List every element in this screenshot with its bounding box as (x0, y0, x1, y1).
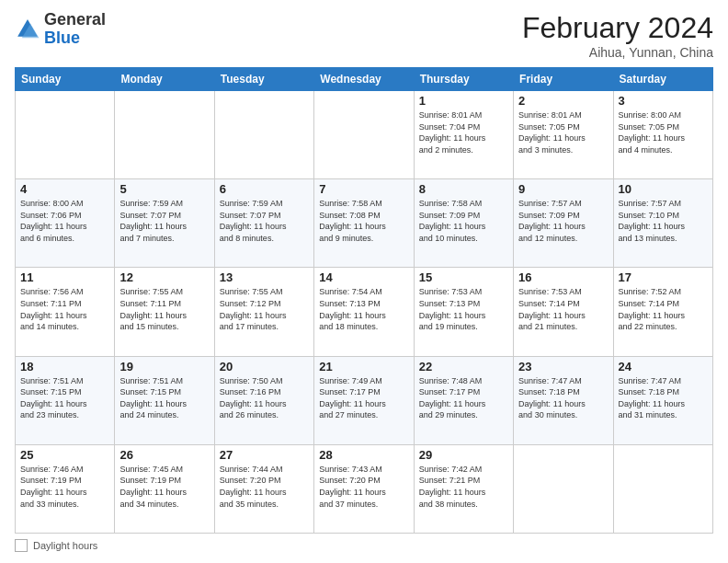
day-header-thursday: Thursday (414, 68, 513, 91)
day-info: Sunrise: 7:45 AM Sunset: 7:19 PM Dayligh… (119, 464, 209, 510)
day-number: 16 (518, 270, 608, 284)
day-number: 6 (220, 182, 309, 196)
logo-general-text: General (44, 10, 106, 29)
day-info: Sunrise: 8:00 AM Sunset: 7:05 PM Dayligh… (619, 109, 708, 155)
calendar-cell: 16Sunrise: 7:53 AM Sunset: 7:14 PM Dayli… (514, 268, 613, 356)
day-info: Sunrise: 8:01 AM Sunset: 7:05 PM Dayligh… (518, 109, 608, 155)
day-number: 13 (220, 270, 309, 284)
day-number: 12 (119, 270, 209, 284)
day-number: 19 (119, 360, 209, 373)
calendar-cell: 12Sunrise: 7:55 AM Sunset: 7:11 PM Dayli… (115, 268, 214, 356)
day-info: Sunrise: 7:42 AM Sunset: 7:21 PM Dayligh… (419, 464, 508, 510)
calendar-cell: 15Sunrise: 7:53 AM Sunset: 7:13 PM Dayli… (414, 268, 513, 356)
day-info: Sunrise: 7:51 AM Sunset: 7:15 PM Dayligh… (119, 375, 209, 421)
calendar-week-4: 18Sunrise: 7:51 AM Sunset: 7:15 PM Dayli… (16, 356, 713, 444)
day-info: Sunrise: 7:44 AM Sunset: 7:20 PM Dayligh… (220, 464, 309, 510)
day-info: Sunrise: 7:57 AM Sunset: 7:09 PM Dayligh… (518, 198, 608, 244)
calendar-cell: 6Sunrise: 7:59 AM Sunset: 7:07 PM Daylig… (214, 179, 313, 268)
day-number: 3 (619, 94, 708, 108)
day-info: Sunrise: 7:47 AM Sunset: 7:18 PM Dayligh… (619, 375, 708, 421)
day-info: Sunrise: 7:47 AM Sunset: 7:18 PM Dayligh… (518, 375, 608, 421)
day-info: Sunrise: 7:49 AM Sunset: 7:17 PM Dayligh… (319, 375, 408, 421)
day-number: 24 (619, 360, 708, 373)
day-number: 26 (119, 448, 209, 462)
day-number: 8 (419, 182, 508, 196)
day-number: 9 (518, 182, 608, 196)
day-header-friday: Friday (514, 68, 613, 91)
logo-blue-text: Blue (44, 29, 80, 47)
day-info: Sunrise: 7:52 AM Sunset: 7:14 PM Dayligh… (619, 286, 708, 332)
day-number: 2 (518, 94, 608, 108)
day-info: Sunrise: 7:55 AM Sunset: 7:11 PM Dayligh… (119, 286, 209, 332)
calendar-cell: 25Sunrise: 7:46 AM Sunset: 7:19 PM Dayli… (16, 444, 115, 533)
day-number: 5 (119, 182, 209, 196)
calendar-cell: 13Sunrise: 7:55 AM Sunset: 7:12 PM Dayli… (214, 268, 313, 356)
day-info: Sunrise: 7:58 AM Sunset: 7:09 PM Dayligh… (419, 198, 508, 244)
day-number: 28 (319, 448, 408, 462)
calendar-cell: 18Sunrise: 7:51 AM Sunset: 7:15 PM Dayli… (16, 356, 115, 444)
calendar-cell (613, 444, 712, 533)
day-info: Sunrise: 7:48 AM Sunset: 7:17 PM Dayligh… (419, 375, 508, 421)
logo: General Blue (15, 11, 106, 48)
day-info: Sunrise: 8:00 AM Sunset: 7:06 PM Dayligh… (20, 198, 109, 244)
logo-icon (15, 17, 40, 42)
calendar-cell (514, 444, 613, 533)
day-info: Sunrise: 7:59 AM Sunset: 7:07 PM Dayligh… (220, 198, 309, 244)
calendar-week-2: 4Sunrise: 8:00 AM Sunset: 7:06 PM Daylig… (16, 179, 713, 268)
calendar-cell: 2Sunrise: 8:01 AM Sunset: 7:05 PM Daylig… (514, 91, 613, 179)
day-number: 4 (20, 182, 109, 196)
day-info: Sunrise: 7:50 AM Sunset: 7:16 PM Dayligh… (220, 375, 309, 421)
day-info: Sunrise: 7:59 AM Sunset: 7:07 PM Dayligh… (119, 198, 209, 244)
calendar-cell: 3Sunrise: 8:00 AM Sunset: 7:05 PM Daylig… (613, 91, 712, 179)
calendar-header-row: SundayMondayTuesdayWednesdayThursdayFrid… (16, 68, 713, 91)
day-number: 29 (419, 448, 508, 462)
calendar-cell: 4Sunrise: 8:00 AM Sunset: 7:06 PM Daylig… (16, 179, 115, 268)
day-number: 1 (419, 94, 508, 108)
day-number: 17 (619, 270, 708, 284)
day-info: Sunrise: 7:53 AM Sunset: 7:14 PM Dayligh… (518, 286, 608, 332)
calendar-cell: 28Sunrise: 7:43 AM Sunset: 7:20 PM Dayli… (314, 444, 414, 533)
day-number: 23 (518, 360, 608, 373)
location: Aihua, Yunnan, China (522, 45, 713, 60)
day-info: Sunrise: 7:57 AM Sunset: 7:10 PM Dayligh… (619, 198, 708, 244)
daylight-hours-label: Daylight hours (33, 540, 97, 551)
day-header-sunday: Sunday (16, 68, 115, 91)
calendar-week-1: 1Sunrise: 8:01 AM Sunset: 7:04 PM Daylig… (16, 91, 713, 179)
day-number: 7 (319, 182, 408, 196)
daylight-box (15, 539, 28, 552)
day-number: 15 (419, 270, 508, 284)
calendar-cell: 8Sunrise: 7:58 AM Sunset: 7:09 PM Daylig… (414, 179, 513, 268)
day-header-saturday: Saturday (613, 68, 712, 91)
calendar-cell: 24Sunrise: 7:47 AM Sunset: 7:18 PM Dayli… (613, 356, 712, 444)
calendar-cell: 26Sunrise: 7:45 AM Sunset: 7:19 PM Dayli… (115, 444, 214, 533)
day-info: Sunrise: 7:54 AM Sunset: 7:13 PM Dayligh… (319, 286, 408, 332)
day-number: 21 (319, 360, 408, 373)
calendar-cell: 29Sunrise: 7:42 AM Sunset: 7:21 PM Dayli… (414, 444, 513, 533)
page: General Blue February 2024 Aihua, Yunnan… (0, 0, 728, 563)
day-info: Sunrise: 7:58 AM Sunset: 7:08 PM Dayligh… (319, 198, 408, 244)
day-header-wednesday: Wednesday (314, 68, 414, 91)
day-info: Sunrise: 7:53 AM Sunset: 7:13 PM Dayligh… (419, 286, 508, 332)
calendar-cell: 5Sunrise: 7:59 AM Sunset: 7:07 PM Daylig… (115, 179, 214, 268)
day-number: 25 (20, 448, 109, 462)
title-section: February 2024 Aihua, Yunnan, China (522, 11, 713, 60)
day-number: 20 (220, 360, 309, 373)
header: General Blue February 2024 Aihua, Yunnan… (15, 11, 713, 60)
calendar-cell: 10Sunrise: 7:57 AM Sunset: 7:10 PM Dayli… (613, 179, 712, 268)
month-year: February 2024 (522, 11, 713, 45)
calendar-cell: 21Sunrise: 7:49 AM Sunset: 7:17 PM Dayli… (314, 356, 414, 444)
calendar-cell (115, 91, 214, 179)
day-header-monday: Monday (115, 68, 214, 91)
calendar-cell: 19Sunrise: 7:51 AM Sunset: 7:15 PM Dayli… (115, 356, 214, 444)
day-number: 11 (20, 270, 109, 284)
day-number: 14 (319, 270, 408, 284)
day-number: 27 (220, 448, 309, 462)
calendar-week-5: 25Sunrise: 7:46 AM Sunset: 7:19 PM Dayli… (16, 444, 713, 533)
day-info: Sunrise: 7:55 AM Sunset: 7:12 PM Dayligh… (220, 286, 309, 332)
calendar-cell (214, 91, 313, 179)
calendar-cell: 17Sunrise: 7:52 AM Sunset: 7:14 PM Dayli… (613, 268, 712, 356)
calendar-table: SundayMondayTuesdayWednesdayThursdayFrid… (15, 67, 713, 534)
day-number: 18 (20, 360, 109, 373)
day-info: Sunrise: 7:46 AM Sunset: 7:19 PM Dayligh… (20, 464, 109, 510)
day-info: Sunrise: 7:56 AM Sunset: 7:11 PM Dayligh… (20, 286, 109, 332)
